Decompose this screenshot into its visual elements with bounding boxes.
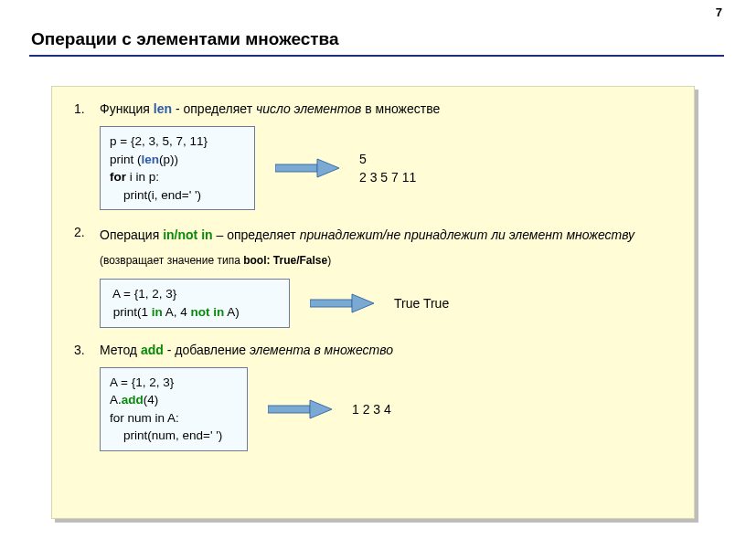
- title-rule: [29, 55, 724, 57]
- output-text: 1 2 3 4: [352, 400, 391, 418]
- code-box: A = {1, 2, 3} print(1 in A, 4 not in A): [100, 279, 290, 327]
- svg-marker-5: [310, 400, 332, 418]
- code-box: A = {1, 2, 3} A.add(4) for num in A: pri…: [100, 367, 248, 451]
- list-item: 1. Функция len - определяет число элемен…: [74, 100, 676, 210]
- keyword-in-not-in: in/not in: [163, 227, 212, 242]
- item-number: 3.: [74, 341, 100, 360]
- content-box: 1. Функция len - определяет число элемен…: [51, 86, 695, 519]
- list-item: 3. Метод add - добавление элемента в мно…: [74, 341, 676, 451]
- item-number: 2.: [74, 223, 100, 242]
- item-text: Метод add - добавление элемента в множес…: [100, 341, 676, 360]
- arrow-icon: [268, 398, 332, 420]
- svg-marker-3: [352, 294, 374, 312]
- svg-marker-1: [317, 159, 339, 177]
- svg-rect-2: [310, 300, 352, 307]
- code-box: p = {2, 3, 5, 7, 11} print (len(p)) for …: [100, 126, 255, 210]
- keyword-add: add: [141, 343, 164, 357]
- output-text: True True: [394, 294, 449, 312]
- item-text: Функция len - определяет число элементов…: [100, 100, 676, 119]
- arrow-icon: [310, 292, 374, 314]
- page-number: 7: [716, 5, 722, 19]
- list-item: 2. Операция in/not in – определяет прина…: [74, 223, 676, 327]
- svg-rect-0: [275, 164, 317, 172]
- output-text: 5 2 3 5 7 11: [359, 150, 416, 187]
- page-title: Операции с элементами множества: [31, 29, 339, 49]
- item-text: Операция in/not in – определяет принадле…: [100, 223, 676, 271]
- item-number: 1.: [74, 100, 100, 119]
- keyword-len: len: [154, 101, 172, 116]
- arrow-icon: [275, 157, 339, 179]
- svg-rect-4: [268, 406, 310, 413]
